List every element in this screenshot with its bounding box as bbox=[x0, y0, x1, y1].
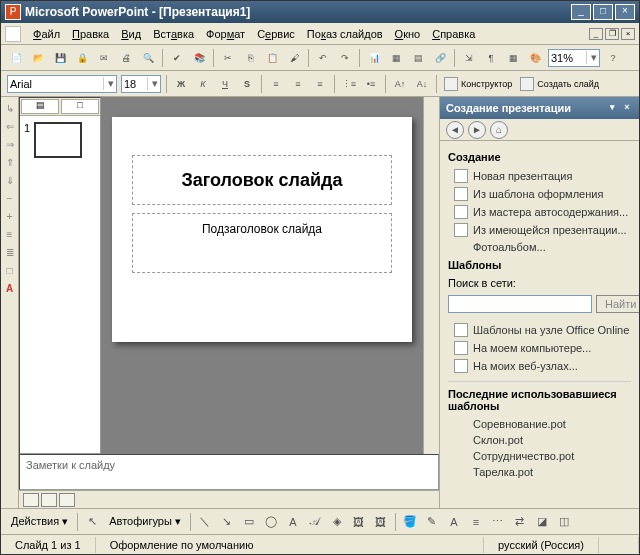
shadow-icon[interactable]: S bbox=[237, 74, 257, 94]
underline-icon[interactable]: Ч bbox=[215, 74, 235, 94]
cut-icon[interactable]: ✂ bbox=[218, 48, 238, 68]
align-left-icon[interactable]: ≡ bbox=[266, 74, 286, 94]
rectangle-icon[interactable]: ▭ bbox=[239, 512, 259, 532]
grid-icon[interactable]: ▦ bbox=[503, 48, 523, 68]
actions-menu[interactable]: Действия ▾ bbox=[5, 515, 74, 528]
link-from-wizard[interactable]: Из мастера автосодержания... bbox=[448, 203, 631, 221]
save-icon[interactable]: 💾 bbox=[50, 48, 70, 68]
collapseall-icon[interactable]: ≡ bbox=[3, 229, 17, 243]
recent-template[interactable]: Сотрудничество.pot bbox=[448, 448, 631, 464]
promote-icon[interactable]: ⇐ bbox=[3, 121, 17, 135]
nav-back-icon[interactable]: ◄ bbox=[446, 121, 464, 139]
new-icon[interactable]: 📄 bbox=[6, 48, 26, 68]
wordart-icon[interactable]: 𝒜 bbox=[305, 512, 325, 532]
template-search-input[interactable] bbox=[448, 295, 592, 313]
tables-borders-icon[interactable]: ▤ bbox=[408, 48, 428, 68]
link-new-blank[interactable]: Новая презентация bbox=[448, 167, 631, 185]
menu-help[interactable]: Справка bbox=[426, 26, 481, 42]
taskpane-menu-icon[interactable]: ▾ bbox=[606, 102, 618, 114]
open-icon[interactable]: 📂 bbox=[28, 48, 48, 68]
title-placeholder[interactable]: Заголовок слайда bbox=[132, 155, 392, 205]
tab-outline[interactable]: ▤ bbox=[21, 99, 59, 114]
spellcheck-icon[interactable]: ✔ bbox=[167, 48, 187, 68]
picture-icon[interactable]: 🖼 bbox=[371, 512, 391, 532]
menu-slideshow[interactable]: Показ слайдов bbox=[301, 26, 389, 42]
showformat-icon[interactable]: ¶ bbox=[481, 48, 501, 68]
menu-window[interactable]: Окно bbox=[389, 26, 427, 42]
formatpaint-icon[interactable]: 🖌 bbox=[284, 48, 304, 68]
menu-tools[interactable]: Сервис bbox=[251, 26, 301, 42]
design-button[interactable]: Конструктор bbox=[440, 77, 516, 91]
menu-file[interactable]: Файл bbox=[27, 26, 66, 42]
shadow-icon[interactable]: ◪ bbox=[532, 512, 552, 532]
italic-icon[interactable]: К bbox=[193, 74, 213, 94]
link-from-existing[interactable]: Из имеющейся презентации... bbox=[448, 221, 631, 239]
doc-close-button[interactable]: × bbox=[621, 28, 635, 40]
chevron-down-icon[interactable]: ▾ bbox=[147, 77, 158, 90]
decrease-font-icon[interactable]: A↓ bbox=[412, 74, 432, 94]
bullets-icon[interactable]: •≡ bbox=[361, 74, 381, 94]
summary-icon[interactable]: □ bbox=[3, 265, 17, 279]
paste-icon[interactable]: 📋 bbox=[262, 48, 282, 68]
thumbnail-item[interactable]: 1 bbox=[24, 122, 96, 158]
print-icon[interactable]: 🖨 bbox=[116, 48, 136, 68]
newslide-button[interactable]: Создать слайд bbox=[516, 77, 603, 91]
link-office-online[interactable]: Шаблоны на узле Office Online bbox=[448, 321, 631, 339]
chart-icon[interactable]: 📊 bbox=[364, 48, 384, 68]
link-from-design[interactable]: Из шаблона оформления bbox=[448, 185, 631, 203]
diagram-icon[interactable]: ◈ bbox=[327, 512, 347, 532]
subtitle-placeholder[interactable]: Подзаголовок слайда bbox=[132, 213, 392, 273]
mail-icon[interactable]: ✉ bbox=[94, 48, 114, 68]
fillcolor-icon[interactable]: 🪣 bbox=[400, 512, 420, 532]
search-button[interactable]: Найти bbox=[596, 295, 639, 313]
menu-edit[interactable]: Правка bbox=[66, 26, 115, 42]
zoom-combo[interactable]: 31% ▾ bbox=[548, 49, 600, 67]
slide-thumbnail[interactable] bbox=[34, 122, 82, 158]
3d-icon[interactable]: ◫ bbox=[554, 512, 574, 532]
expand-icon[interactable]: + bbox=[3, 211, 17, 225]
autoshapes-menu[interactable]: Автофигуры ▾ bbox=[103, 515, 187, 528]
table-icon[interactable]: ▦ bbox=[386, 48, 406, 68]
recent-template[interactable]: Склон.pot bbox=[448, 432, 631, 448]
expandall-icon[interactable]: ≣ bbox=[3, 247, 17, 261]
help-icon[interactable]: ? bbox=[603, 48, 623, 68]
demote-icon[interactable]: ⇒ bbox=[3, 139, 17, 153]
chevron-down-icon[interactable]: ▾ bbox=[103, 77, 114, 90]
recent-template[interactable]: Соревнование.pot bbox=[448, 416, 631, 432]
recent-template[interactable]: Тарелка.pot bbox=[448, 464, 631, 480]
nav-home-icon[interactable]: ⌂ bbox=[490, 121, 508, 139]
chevron-down-icon[interactable]: ▾ bbox=[586, 51, 597, 64]
status-language[interactable]: русский (Россия) bbox=[484, 537, 599, 553]
maximize-button[interactable]: □ bbox=[593, 4, 613, 20]
arrowstyle-icon[interactable]: ⇄ bbox=[510, 512, 530, 532]
fontcolor-icon[interactable]: A bbox=[444, 512, 464, 532]
doc-restore-button[interactable]: ❐ bbox=[605, 28, 619, 40]
link-on-computer[interactable]: На моем компьютере... bbox=[448, 339, 631, 357]
select-icon[interactable]: ↖ bbox=[82, 512, 102, 532]
line-icon[interactable]: ＼ bbox=[195, 512, 215, 532]
linestyle-icon[interactable]: ≡ bbox=[466, 512, 486, 532]
align-right-icon[interactable]: ≡ bbox=[310, 74, 330, 94]
minimize-button[interactable]: _ bbox=[571, 4, 591, 20]
copy-icon[interactable]: ⎘ bbox=[240, 48, 260, 68]
notes-pane[interactable]: Заметки к слайду bbox=[19, 454, 439, 490]
permissions-icon[interactable]: 🔒 bbox=[72, 48, 92, 68]
menu-format[interactable]: Формат bbox=[200, 26, 251, 42]
color-icon[interactable]: 🎨 bbox=[525, 48, 545, 68]
dashstyle-icon[interactable]: ⋯ bbox=[488, 512, 508, 532]
slideshow-view-icon[interactable] bbox=[59, 493, 75, 507]
align-center-icon[interactable]: ≡ bbox=[288, 74, 308, 94]
moveup-icon[interactable]: ⇑ bbox=[3, 157, 17, 171]
link-on-websites[interactable]: На моих веб-узлах... bbox=[448, 357, 631, 375]
vertical-scrollbar[interactable] bbox=[423, 97, 439, 454]
textbox-icon[interactable]: A bbox=[283, 512, 303, 532]
collapse-icon[interactable]: − bbox=[3, 193, 17, 207]
preview-icon[interactable]: 🔍 bbox=[138, 48, 158, 68]
fontsize-combo[interactable]: 18 ▾ bbox=[121, 75, 161, 93]
taskpane-close-icon[interactable]: × bbox=[621, 102, 633, 114]
arrow-shape-icon[interactable]: ↘ bbox=[217, 512, 237, 532]
linecolor-icon[interactable]: ✎ bbox=[422, 512, 442, 532]
font-combo[interactable]: Arial ▾ bbox=[7, 75, 117, 93]
hyperlink-icon[interactable]: 🔗 bbox=[430, 48, 450, 68]
research-icon[interactable]: 📚 bbox=[189, 48, 209, 68]
